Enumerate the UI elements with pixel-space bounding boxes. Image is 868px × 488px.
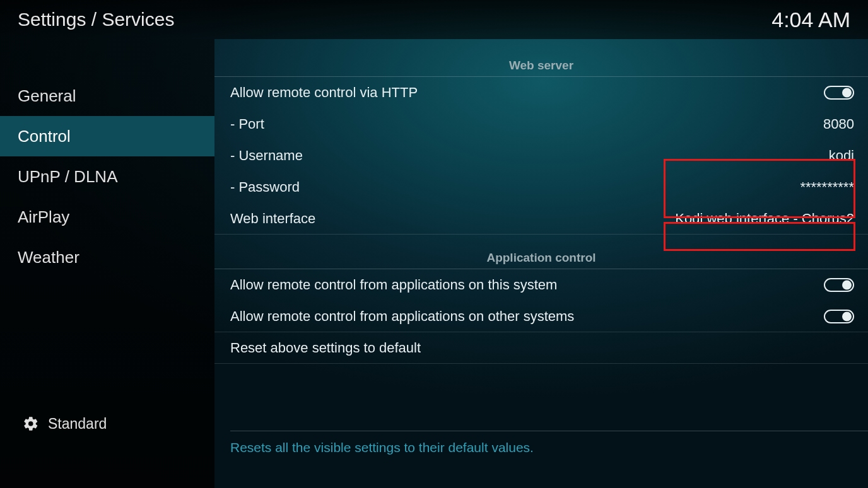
- header-bar: Settings / Services 4:04 AM: [0, 0, 868, 39]
- setting-allow-http[interactable]: Allow remote control via HTTP: [214, 77, 868, 108]
- setting-reset-defaults[interactable]: Reset above settings to default: [214, 332, 868, 364]
- setting-web-interface[interactable]: Web interface Kodi web interface - Choru…: [214, 203, 868, 235]
- sidebar-item-airplay[interactable]: AirPlay: [0, 197, 214, 237]
- sidebar-item-control[interactable]: Control: [0, 116, 214, 156]
- hint-text: Resets all the visible settings to their…: [230, 431, 868, 455]
- sidebar-item-label: General: [18, 86, 76, 106]
- section-header-web-server: Web server: [214, 39, 868, 77]
- sidebar: General Control UPnP / DLNA AirPlay Weat…: [0, 39, 214, 488]
- setting-label: Web interface: [230, 211, 315, 227]
- main-content: Web server Allow remote control via HTTP…: [214, 39, 868, 488]
- sidebar-item-weather[interactable]: Weather: [0, 237, 214, 277]
- setting-label: - Username: [230, 148, 303, 164]
- section-header-application-control: Application control: [214, 235, 868, 269]
- sidebar-item-general[interactable]: General: [0, 76, 214, 116]
- setting-value: **********: [800, 179, 854, 195]
- setting-label: Allow remote control from applications o…: [230, 308, 574, 325]
- setting-allow-remote-apps[interactable]: Allow remote control from applications o…: [214, 301, 868, 332]
- settings-level-label: Standard: [48, 415, 107, 433]
- setting-label: - Port: [230, 116, 264, 132]
- setting-label: Reset above settings to default: [230, 340, 421, 356]
- sidebar-items: General Control UPnP / DLNA AirPlay Weat…: [0, 39, 214, 405]
- setting-port[interactable]: - Port 8080: [214, 108, 868, 140]
- sidebar-item-upnp-dlna[interactable]: UPnP / DLNA: [0, 156, 214, 197]
- setting-value: Kodi web interface - Chorus2: [675, 211, 854, 227]
- setting-value: kodi: [829, 148, 854, 164]
- setting-value: 8080: [823, 116, 854, 132]
- setting-password[interactable]: - Password **********: [214, 171, 868, 203]
- sidebar-item-label: UPnP / DLNA: [18, 167, 117, 187]
- toggle-switch[interactable]: [824, 278, 854, 292]
- toggle-switch[interactable]: [824, 310, 854, 323]
- clock: 4:04 AM: [771, 8, 850, 32]
- setting-label: - Password: [230, 179, 300, 195]
- breadcrumb: Settings / Services: [18, 9, 174, 30]
- toggle-switch[interactable]: [824, 86, 854, 100]
- setting-label: Allow remote control via HTTP: [230, 84, 418, 101]
- gear-icon: [23, 415, 39, 432]
- sidebar-item-label: AirPlay: [18, 207, 69, 227]
- setting-label: Allow remote control from applications o…: [230, 277, 557, 293]
- settings-level-button[interactable]: Standard: [0, 405, 214, 443]
- setting-allow-local-apps[interactable]: Allow remote control from applications o…: [214, 269, 868, 301]
- sidebar-item-label: Weather: [18, 248, 79, 267]
- setting-username[interactable]: - Username kodi: [214, 140, 868, 171]
- sidebar-item-label: Control: [18, 127, 71, 146]
